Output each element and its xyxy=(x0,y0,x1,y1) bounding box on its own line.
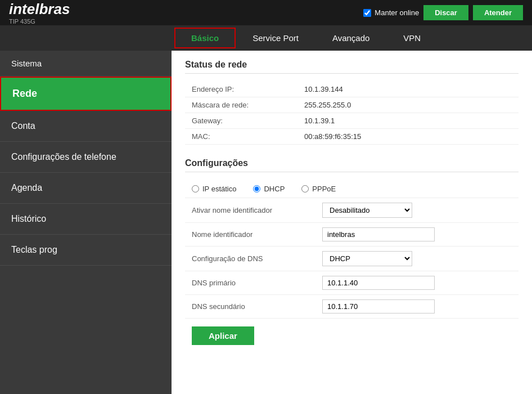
atender-button[interactable]: Atender xyxy=(473,5,523,20)
tab-basico[interactable]: Básico xyxy=(174,28,236,48)
info-row-ip: Endereço IP: 10.1.39.144 xyxy=(185,82,519,97)
logo-area: intelbras TIP 435G xyxy=(9,1,70,25)
header-right: Manter online Discar Atender xyxy=(363,5,523,20)
radio-dhcp-input[interactable] xyxy=(253,185,260,192)
manter-online-checkbox[interactable] xyxy=(363,9,371,17)
status-table: Endereço IP: 10.1.39.144 Máscara de rede… xyxy=(185,82,519,145)
sidebar: Sistema Rede Conta Configurações de tele… xyxy=(0,51,172,394)
sidebar-item-conta[interactable]: Conta xyxy=(0,111,172,142)
radio-pppoe[interactable]: PPPoE xyxy=(301,185,336,193)
sidebar-item-teclas-prog[interactable]: Teclas prog xyxy=(0,235,172,266)
nome-identificador-input[interactable] xyxy=(322,227,435,241)
tab-service-port[interactable]: Service Port xyxy=(236,28,315,48)
radio-ip-estatico[interactable]: IP estático xyxy=(192,185,236,193)
sidebar-item-historico[interactable]: Histórico xyxy=(0,204,172,235)
info-row-gateway: Gateway: 10.1.39.1 xyxy=(185,113,519,129)
nome-identificador-row: Nome identificador xyxy=(185,223,519,247)
info-row-mac: MAC: 00:a8:59:f6:35:15 xyxy=(185,129,519,145)
info-row-mascara: Máscara de rede: 255.255.255.0 xyxy=(185,97,519,113)
main-layout: Sistema Rede Conta Configurações de tele… xyxy=(0,51,532,394)
label-mascara: Máscara de rede: xyxy=(192,101,304,109)
value-gateway: 10.1.39.1 xyxy=(304,117,335,125)
radio-pppoe-input[interactable] xyxy=(301,185,309,192)
ip-radio-group: IP estático DHCP PPPoE xyxy=(192,185,336,193)
value-ip: 10.1.39.144 xyxy=(304,85,343,93)
aplicar-button[interactable]: Aplicar xyxy=(192,326,254,345)
config-dns-label: Configuração de DNS xyxy=(192,254,315,263)
sidebar-item-agenda[interactable]: Agenda xyxy=(0,173,172,204)
content-area: Status de rede Endereço IP: 10.1.39.144 … xyxy=(172,51,532,394)
radio-ip-estatico-label: IP estático xyxy=(202,185,236,193)
dns-secundario-label: DNS secundário xyxy=(192,302,315,311)
radio-dhcp-label: DHCP xyxy=(264,185,285,193)
ativar-nome-label: Ativar nome identificador xyxy=(192,206,315,214)
radio-pppoe-label: PPPoE xyxy=(312,185,336,193)
sidebar-item-rede[interactable]: Rede xyxy=(0,77,172,111)
radio-dhcp[interactable]: DHCP xyxy=(253,185,285,193)
value-mac: 00:a8:59:f6:35:15 xyxy=(304,132,361,141)
nome-identificador-label: Nome identificador xyxy=(192,230,315,239)
ip-options-row: IP estático DHCP PPPoE xyxy=(185,180,519,198)
sidebar-item-configuracoes-telefone[interactable]: Configurações de telefone xyxy=(0,142,172,173)
dns-secundario-input[interactable] xyxy=(322,299,435,314)
dns-primario-row: DNS primário xyxy=(185,271,519,295)
dns-primario-input[interactable] xyxy=(322,276,435,290)
label-gateway: Gateway: xyxy=(192,117,304,125)
logo: intelbras xyxy=(9,1,70,18)
tab-avancado[interactable]: Avançado xyxy=(315,28,386,48)
value-mascara: 255.255.255.0 xyxy=(304,101,351,109)
model-label: TIP 435G xyxy=(9,18,70,25)
config-section-title: Configurações xyxy=(185,158,519,172)
ativar-nome-select[interactable]: Desabilitado Habilitado xyxy=(322,203,412,218)
header: intelbras TIP 435G Manter online Discar … xyxy=(0,0,532,25)
config-dns-row: Configuração de DNS DHCP Manual xyxy=(185,247,519,271)
tab-vpn[interactable]: VPN xyxy=(386,28,438,48)
nav-tabs: Básico Service Port Avançado VPN xyxy=(0,25,532,51)
status-section-title: Status de rede xyxy=(185,60,519,74)
ativar-nome-row: Ativar nome identificador Desabilitado H… xyxy=(185,198,519,223)
label-mac: MAC: xyxy=(192,132,304,141)
dns-primario-label: DNS primário xyxy=(192,279,315,287)
dns-secundario-row: DNS secundário xyxy=(185,295,519,319)
manter-online-area: Manter online xyxy=(363,8,419,17)
manter-online-label: Manter online xyxy=(375,8,419,17)
label-ip: Endereço IP: xyxy=(192,85,304,93)
discar-button[interactable]: Discar xyxy=(423,5,468,20)
sidebar-item-sistema[interactable]: Sistema xyxy=(0,51,172,77)
config-dns-select[interactable]: DHCP Manual xyxy=(322,251,412,266)
radio-ip-estatico-input[interactable] xyxy=(192,185,199,192)
